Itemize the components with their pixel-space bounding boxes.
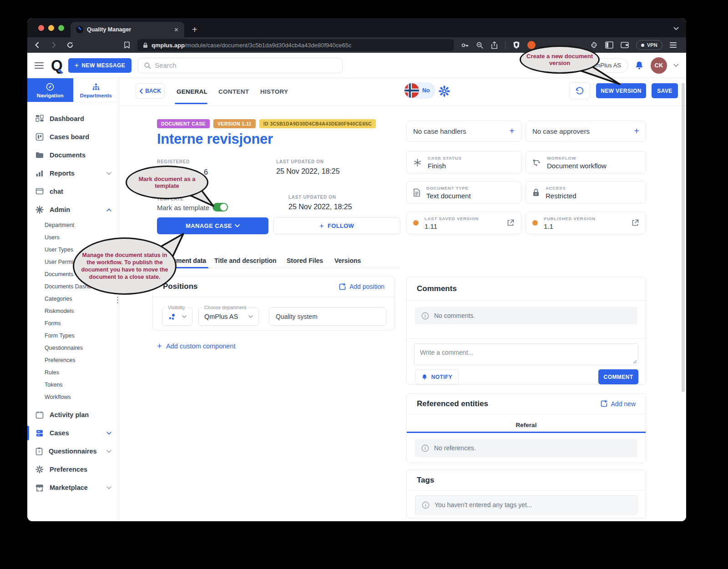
sidebar-subitem-riskmodels[interactable]: Riskmodels bbox=[27, 305, 119, 317]
info-icon bbox=[421, 444, 429, 452]
sidebar-subitem-rules[interactable]: Rules bbox=[27, 366, 119, 378]
case-approvers-card: No case approvers + bbox=[526, 121, 646, 142]
sidebar-item-documents[interactable]: Documents bbox=[27, 146, 119, 164]
vpn-badge[interactable]: VPN bbox=[636, 40, 662, 50]
vpn-label: VPN bbox=[647, 42, 657, 48]
back-icon[interactable] bbox=[34, 41, 41, 49]
forward-icon[interactable] bbox=[50, 41, 57, 49]
tab-list-chevron-icon[interactable] bbox=[673, 24, 679, 32]
avatar[interactable]: CK bbox=[651, 57, 667, 74]
open-version-icon[interactable] bbox=[631, 219, 639, 227]
tab-title: Quality Manager bbox=[87, 26, 170, 33]
sidebar-item-admin[interactable]: Admin bbox=[27, 201, 119, 219]
tab-stored-files[interactable]: Stored Files bbox=[287, 253, 323, 268]
info-icon bbox=[422, 501, 430, 509]
sidebar-item-reports[interactable]: Reports bbox=[27, 164, 119, 182]
published-version-card: PUBLISHED VERSION1.1 bbox=[526, 211, 646, 234]
sidebar-subitem-workflows[interactable]: Workflows bbox=[27, 391, 119, 403]
back-button[interactable]: BACK bbox=[136, 83, 165, 99]
app-menu-icon[interactable] bbox=[35, 62, 44, 69]
zoom-out-icon[interactable] bbox=[476, 41, 484, 49]
traffic-lights[interactable] bbox=[38, 25, 64, 31]
qmplus-logo[interactable]: Q bbox=[51, 58, 63, 73]
callout-mark-template: Mark document as a template bbox=[121, 162, 221, 212]
sidebar-subitem-questionnaires[interactable]: Questionnaires bbox=[27, 342, 119, 354]
close-window-button[interactable] bbox=[38, 25, 44, 31]
new-message-button[interactable]: +NEW MESSAGE bbox=[68, 58, 132, 73]
sidebar-item-preferences[interactable]: Preferences bbox=[27, 460, 119, 478]
org-chart-icon bbox=[91, 82, 101, 91]
workflow-icon bbox=[532, 158, 541, 167]
chevron-down-icon bbox=[106, 172, 111, 175]
add-case-approver-button[interactable]: + bbox=[634, 126, 639, 136]
chevron-down-icon bbox=[182, 315, 187, 318]
last-updated-label: LAST UPDATED ON bbox=[276, 159, 324, 164]
minimize-window-button[interactable] bbox=[48, 25, 54, 31]
chevron-up-icon bbox=[106, 208, 111, 211]
global-search[interactable] bbox=[138, 58, 343, 73]
sidebar-item-marketplace[interactable]: Marketplace bbox=[27, 478, 119, 497]
tab-referal[interactable]: Referal bbox=[407, 419, 646, 431]
lock-icon bbox=[532, 188, 540, 197]
add-new-reference-button[interactable]: Add new bbox=[600, 400, 636, 408]
notify-button[interactable]: NOTIFY bbox=[415, 369, 459, 384]
share-icon[interactable] bbox=[491, 41, 498, 49]
sidebar-item-activity-plan[interactable]: Activity plan bbox=[27, 406, 119, 424]
position-component-input[interactable] bbox=[269, 307, 386, 326]
search-input[interactable] bbox=[155, 61, 337, 69]
tab-title-description[interactable]: Title and description bbox=[214, 253, 277, 268]
sidebar-item-cases[interactable]: Cases bbox=[27, 424, 119, 442]
vpn-dot-icon bbox=[641, 44, 644, 47]
url-bar[interactable]: qmplus.app/module/case/document/3c5b1da9… bbox=[137, 39, 454, 51]
callout-manage-workflow: Manage the document status in the workfl… bbox=[67, 227, 195, 300]
key-icon[interactable] bbox=[461, 41, 469, 49]
department-value: QmPlus AS bbox=[204, 313, 238, 320]
account-chevron-down-icon[interactable] bbox=[673, 64, 679, 67]
vertical-scrollbar[interactable] bbox=[682, 83, 685, 392]
sidebar-tab-navigation[interactable]: Navigation bbox=[27, 78, 73, 102]
reload-icon[interactable] bbox=[66, 41, 74, 49]
open-version-icon[interactable] bbox=[506, 219, 515, 227]
no-tags-strip: You haven't entered any tags yet... bbox=[415, 495, 637, 514]
sidebar-item-cases-board[interactable]: Cases board bbox=[27, 128, 119, 146]
language-selector[interactable]: No bbox=[404, 82, 435, 99]
sidebar-subitem-forms[interactable]: Forms bbox=[27, 317, 119, 329]
comment-submit-button[interactable]: COMMENT bbox=[598, 369, 638, 384]
add-custom-component-button[interactable]: + Add custom component bbox=[157, 341, 235, 351]
last-saved-value: 1.11 bbox=[425, 222, 479, 230]
browser-tab[interactable]: Quality Manager ✕ bbox=[71, 22, 184, 37]
add-case-handler-button[interactable]: + bbox=[509, 126, 515, 136]
chevron-down-icon bbox=[248, 315, 253, 318]
sidebar-subitem-tokens[interactable]: Tokens bbox=[27, 378, 119, 391]
screen: Quality Manager ✕ + qmplus.app/module/ca… bbox=[0, 0, 728, 569]
notifications-bell-icon[interactable] bbox=[634, 60, 644, 70]
settings-gear-icon[interactable] bbox=[439, 86, 450, 97]
sidebar-item-dashboard[interactable]: Dashboard bbox=[27, 110, 119, 128]
visibility-select[interactable]: Visibility bbox=[162, 307, 192, 326]
access-label: ACCESS bbox=[546, 186, 576, 191]
bookmark-icon[interactable] bbox=[124, 41, 130, 49]
zoom-window-button[interactable] bbox=[58, 25, 64, 31]
tab-content[interactable]: CONTENT bbox=[218, 78, 249, 105]
access-value: Restricted bbox=[546, 192, 576, 200]
add-position-button[interactable]: Add position bbox=[339, 283, 384, 291]
save-button[interactable]: SAVE bbox=[652, 83, 678, 98]
sidebar-subitem-preferences[interactable]: Preferences bbox=[27, 354, 119, 366]
browser-menu-icon[interactable] bbox=[670, 42, 677, 48]
new-tab-button[interactable]: + bbox=[192, 24, 197, 35]
sidebar-item-chat[interactable]: chat bbox=[27, 182, 119, 201]
comment-input[interactable] bbox=[414, 343, 638, 365]
main-content: BACK GENERAL CONTENT HISTORY No NEW VERS… bbox=[119, 78, 686, 521]
sidebar-item-questionnaires[interactable]: ? Questionnaires bbox=[27, 442, 119, 460]
tab-versions[interactable]: Versions bbox=[334, 253, 361, 268]
follow-button[interactable]: + FOLLOW bbox=[273, 217, 400, 234]
sidebar-tab-departments[interactable]: Departments bbox=[73, 78, 119, 102]
tab-general[interactable]: GENERAL bbox=[177, 78, 207, 105]
document-icon bbox=[413, 188, 420, 197]
plus-icon: + bbox=[157, 341, 162, 351]
tab-history[interactable]: HISTORY bbox=[260, 78, 288, 105]
department-select[interactable]: Choose department QmPlus AS bbox=[198, 307, 259, 326]
tab-close-icon[interactable]: ✕ bbox=[174, 26, 179, 33]
resize-handle-icon[interactable] bbox=[633, 360, 637, 364]
sidebar-subitem-form-types[interactable]: Form Types bbox=[27, 329, 119, 342]
